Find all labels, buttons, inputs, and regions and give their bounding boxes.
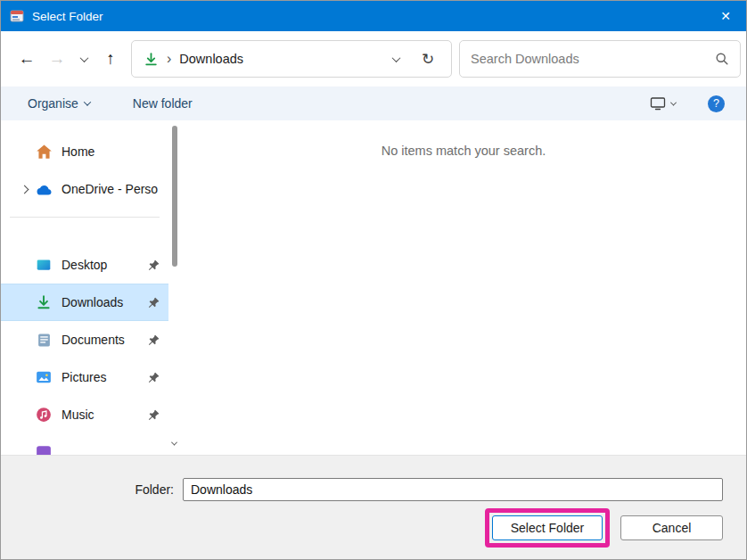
address-bar[interactable]: › Downloads ↻: [131, 40, 452, 78]
videos-icon: [35, 443, 53, 455]
folder-field-label: Folder:: [106, 482, 183, 497]
search-input[interactable]: [471, 52, 708, 66]
home-icon: [35, 143, 53, 161]
desktop-icon: [35, 256, 53, 274]
sidebar-item-label: Music: [62, 408, 147, 422]
chevron-down-icon: [84, 98, 91, 105]
address-dropdown-button[interactable]: [384, 47, 407, 70]
expand-chevron-icon[interactable]: [13, 186, 35, 193]
dialog-footer: Folder: Select Folder Cancel: [1, 455, 746, 559]
sidebar-item-videos[interactable]: [1, 433, 168, 455]
highlight-annotation: Select Folder: [485, 508, 610, 548]
scrollbar-down-arrow[interactable]: [172, 433, 176, 449]
search-icon: [715, 52, 729, 66]
up-button[interactable]: ↑: [95, 44, 126, 74]
cancel-button[interactable]: Cancel: [620, 515, 723, 540]
organise-label: Organise: [28, 96, 78, 111]
sidebar-item-label: Downloads: [62, 295, 147, 309]
dialog-body: Home OneDrive - Perso Desktop: [1, 120, 746, 455]
sidebar-item-label: Desktop: [62, 258, 147, 272]
help-button[interactable]: ?: [708, 95, 725, 112]
onedrive-icon: [35, 180, 53, 198]
sidebar-item-onedrive[interactable]: OneDrive - Perso: [1, 170, 168, 208]
sidebar-item-label: Pictures: [62, 370, 147, 384]
chevron-down-icon: [79, 54, 88, 62]
sidebar-scrollbar[interactable]: [168, 120, 181, 455]
folder-name-input[interactable]: [183, 478, 723, 501]
chevron-down-icon: [391, 54, 400, 62]
organise-button[interactable]: Organise: [28, 96, 90, 111]
navigation-pane: Home OneDrive - Perso Desktop: [1, 120, 168, 455]
sidebar-item-home[interactable]: Home: [1, 133, 168, 170]
pin-icon: [147, 334, 160, 347]
sidebar-item-label: Documents: [62, 333, 147, 347]
select-folder-dialog: Select Folder ✕ ← → ↑ › Downloads ↻ Orga…: [0, 0, 747, 560]
sidebar-item-music[interactable]: Music: [1, 396, 168, 433]
window-title: Select Folder: [32, 10, 103, 23]
breadcrumb-separator-icon: ›: [167, 51, 171, 67]
documents-icon: [35, 331, 53, 349]
refresh-button[interactable]: ↻: [415, 46, 440, 71]
monitor-icon: [650, 96, 666, 111]
back-button[interactable]: ←: [12, 44, 42, 74]
close-button[interactable]: ✕: [705, 1, 746, 31]
navigation-bar: ← → ↑ › Downloads ↻: [1, 31, 746, 86]
search-box: [459, 40, 741, 78]
sidebar-item-downloads[interactable]: Downloads: [1, 284, 168, 321]
pin-icon: [147, 259, 160, 272]
new-folder-button[interactable]: New folder: [133, 96, 193, 111]
empty-results-message: No items match your search.: [382, 144, 546, 158]
pictures-icon: [35, 368, 53, 386]
sidebar-item-label: Home: [62, 144, 163, 159]
downloads-icon: [143, 51, 159, 67]
pin-icon: [147, 371, 160, 384]
view-options-button[interactable]: [650, 96, 676, 111]
music-icon: [35, 406, 53, 424]
select-folder-button[interactable]: Select Folder: [492, 515, 603, 540]
downloads-icon: [35, 293, 53, 311]
app-icon: [10, 9, 24, 23]
sidebar-item-label: OneDrive - Perso: [62, 182, 163, 196]
command-bar: Organise New folder ?: [1, 86, 746, 120]
new-folder-label: New folder: [133, 96, 193, 111]
sidebar-item-documents[interactable]: Documents: [1, 321, 168, 358]
chevron-down-icon: [670, 99, 677, 105]
pin-icon: [147, 296, 160, 309]
sidebar-item-pictures[interactable]: Pictures: [1, 358, 168, 396]
forward-button[interactable]: →: [42, 44, 72, 74]
sidebar-item-desktop[interactable]: Desktop: [1, 246, 168, 284]
scrollbar-thumb[interactable]: [172, 126, 177, 267]
recent-locations-button[interactable]: [72, 44, 95, 74]
breadcrumb-item-downloads[interactable]: Downloads: [179, 52, 243, 66]
titlebar: Select Folder ✕: [1, 1, 746, 31]
file-list-area: No items match your search.: [181, 120, 746, 455]
pin-icon: [147, 408, 160, 422]
